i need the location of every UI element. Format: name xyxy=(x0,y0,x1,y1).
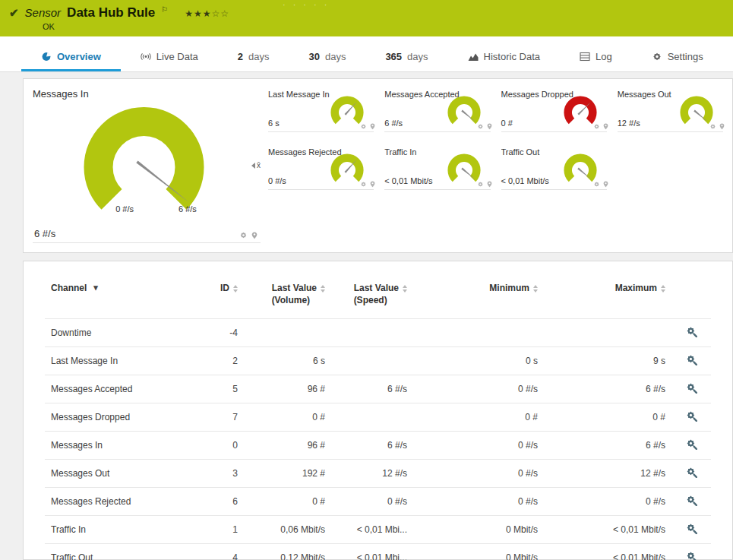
table-row-messages-out[interactable]: Messages Out 3 192 # 12 #/s 0 #/s 12 #/s xyxy=(45,460,711,488)
gauge-settings-icon[interactable] xyxy=(360,181,367,188)
gauge-settings-icon[interactable] xyxy=(360,123,367,130)
log-list-icon xyxy=(580,52,590,62)
cell-last-volume: 6 s xyxy=(244,347,331,375)
flag-icon[interactable]: ⚐ xyxy=(161,5,168,14)
cell-minimum xyxy=(413,319,544,347)
gauge-pin-icon[interactable] xyxy=(370,181,375,188)
gauge-settings-icon[interactable] xyxy=(477,181,484,188)
cell-minimum: 0 Mbit/s xyxy=(413,544,544,560)
live-data-icon xyxy=(141,52,151,62)
table-row-messages-in[interactable]: Messages In 0 96 # 6 #/s 0 #/s 6 #/s xyxy=(45,432,711,460)
cell-minimum: 0 #/s xyxy=(413,488,544,516)
col-header-id[interactable]: ID xyxy=(220,283,238,293)
gauge-pin-icon[interactable] xyxy=(487,181,492,188)
gauge-settings-icon[interactable] xyxy=(593,123,600,130)
cell-id: 3 xyxy=(189,460,244,488)
tab-days-number: 365 xyxy=(385,51,402,62)
col-header-maximum[interactable]: Maximum xyxy=(615,283,665,293)
mini-gauge-traffic-out: Traffic Out < 0,01 Mbit/s xyxy=(501,146,607,190)
channel-settings-icon[interactable] xyxy=(686,495,697,506)
cell-last-volume xyxy=(244,319,331,347)
cell-channel: Messages In xyxy=(45,432,189,460)
col-header-actions xyxy=(671,277,711,319)
gauge-settings-icon[interactable] xyxy=(593,181,600,188)
area-chart-icon xyxy=(468,52,479,62)
priority-stars[interactable]: ★★★☆☆ xyxy=(185,8,229,19)
cell-channel: Downtime xyxy=(45,319,189,347)
tab-days-number: 2 xyxy=(238,51,243,62)
tab-label: Historic Data xyxy=(484,51,540,62)
big-gauge-messages-in: Messages In x̄ 0 #/s 6 #/s 6 #/s xyxy=(33,87,261,243)
gauge-pin-icon[interactable] xyxy=(487,123,492,130)
sort-icon xyxy=(321,285,325,293)
cell-last-volume: 96 # xyxy=(244,432,331,460)
cell-id: 2 xyxy=(189,347,244,375)
tab-overview[interactable]: Overview xyxy=(21,43,121,71)
tab-days-number: 30 xyxy=(308,51,319,62)
channel-settings-icon[interactable] xyxy=(686,410,697,422)
tab-2-days[interactable]: 2 days xyxy=(218,43,289,71)
gauge-pin-icon[interactable] xyxy=(603,181,608,188)
col-header-minimum[interactable]: Minimum xyxy=(489,283,538,293)
channel-settings-icon[interactable] xyxy=(686,438,697,450)
col-header-last-volume[interactable]: Last Value (Volume) xyxy=(272,283,325,306)
cell-maximum: 6 #/s xyxy=(544,432,671,460)
table-row-last-message-in[interactable]: Last Message In 2 6 s 0 s 9 s xyxy=(45,347,711,375)
cell-maximum: 9 s xyxy=(544,347,671,375)
mini-gauge-last-message-in: Last Message In 6 s xyxy=(268,88,374,132)
cell-last-speed: 6 #/s xyxy=(331,432,413,460)
gauge-scale-max: 6 #/s xyxy=(179,204,220,214)
table-row-messages-rejected[interactable]: Messages Rejected 6 0 # 0 #/s 0 #/s 0 #/… xyxy=(45,488,711,516)
tab-30-days[interactable]: 30 days xyxy=(289,43,365,71)
channel-settings-icon[interactable] xyxy=(686,382,697,394)
tab-settings[interactable]: Settings xyxy=(632,43,723,71)
cell-id: 0 xyxy=(189,432,244,460)
channel-settings-icon[interactable] xyxy=(686,467,697,478)
gauge-actions xyxy=(360,181,375,188)
col-header-channel[interactable]: Channel▾ xyxy=(51,283,98,293)
cell-last-volume: 96 # xyxy=(244,375,331,403)
mini-gauge-messages-out: Messages Out 12 #/s xyxy=(618,88,723,132)
gauge-actions xyxy=(239,231,257,239)
channel-settings-icon[interactable] xyxy=(686,326,697,337)
stars-filled: ★★★ xyxy=(185,8,211,19)
tab-365-days[interactable]: 365 days xyxy=(365,43,447,71)
table-row-traffic-in[interactable]: Traffic In 1 0,06 Mbit/s < 0,01 Mbi... 0… xyxy=(45,516,711,544)
table-row-downtime[interactable]: Downtime -4 xyxy=(45,319,711,347)
tab-log[interactable]: Log xyxy=(560,43,632,71)
gauge-settings-icon[interactable] xyxy=(477,123,484,130)
table-row-traffic-out[interactable]: Traffic Out 4 0,12 Mbit/s < 0,01 Mbi... … xyxy=(45,544,711,560)
cell-channel: Messages Dropped xyxy=(45,403,189,432)
cell-last-speed: 6 #/s xyxy=(331,375,413,403)
gauge-pin-icon[interactable] xyxy=(370,123,375,130)
tab-live-data[interactable]: Live Data xyxy=(121,43,218,71)
cell-maximum: < 0,01 Mbit/s xyxy=(544,544,671,560)
col-label: Last Value (Volume) xyxy=(272,283,317,306)
gauge-pin-icon[interactable] xyxy=(251,232,257,239)
tab-days-word: days xyxy=(325,51,346,62)
tab-historic-data[interactable]: Historic Data xyxy=(448,43,560,71)
gauge-pin-icon[interactable] xyxy=(603,123,608,130)
col-header-last-speed[interactable]: Last Value (Speed) xyxy=(354,283,407,306)
marker-triangle-icon xyxy=(251,163,255,169)
cell-id: 6 xyxy=(189,488,244,516)
table-row-messages-dropped[interactable]: Messages Dropped 7 0 # 0 # 0 # xyxy=(45,403,711,432)
gauge-settings-icon[interactable] xyxy=(709,123,716,130)
table-row-messages-accepted[interactable]: Messages Accepted 5 96 # 6 #/s 0 #/s 6 #… xyxy=(45,375,711,403)
channel-settings-icon[interactable] xyxy=(686,523,697,534)
gear-icon xyxy=(652,52,662,62)
sort-icon xyxy=(233,285,238,293)
cell-last-speed: 0 #/s xyxy=(331,488,413,516)
gauge-value: 0 # xyxy=(501,119,513,128)
cell-id: -4 xyxy=(189,319,244,347)
cell-id: 5 xyxy=(189,375,244,403)
gauge-value: 0 #/s xyxy=(268,176,286,185)
gauge-actions xyxy=(477,181,492,188)
gauge-settings-icon[interactable] xyxy=(239,231,248,239)
gauge-pin-icon[interactable] xyxy=(719,123,725,130)
channel-settings-icon[interactable] xyxy=(686,354,697,365)
cell-channel: Traffic Out xyxy=(45,544,189,560)
gauge-value: 6 #/s xyxy=(34,228,55,239)
cell-channel: Traffic In xyxy=(45,516,189,544)
channel-settings-icon[interactable] xyxy=(686,551,697,560)
